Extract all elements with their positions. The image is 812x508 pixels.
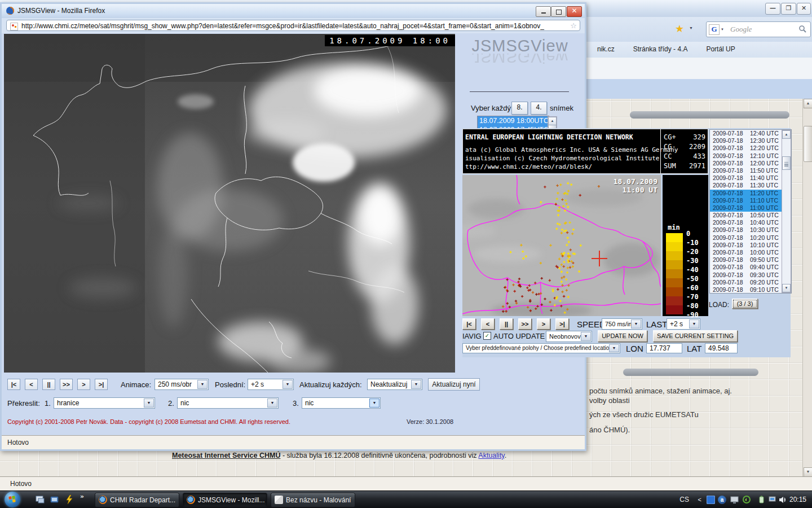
time-list-item[interactable]: 2009-07-1810:10 UTC [710, 242, 783, 249]
url-field[interactable]: http://www.chmi.cz/meteo/sat/msghrit/msg… [6, 20, 580, 31]
time-list-item[interactable]: 2009-07-1809:50 UTC [710, 256, 783, 264]
frame-list-item[interactable]: 18.07.2009 18:00UTC [478, 116, 549, 125]
lat-field[interactable]: 49.548 [705, 343, 738, 353]
taskbar-task-button[interactable]: CHMI Radar Depart... [95, 493, 179, 507]
anim-nav-button[interactable]: || [42, 379, 55, 390]
map-nav-button[interactable]: < [481, 318, 495, 330]
posledni-select[interactable]: +2 s▼ [248, 379, 294, 390]
taskbar-task-button[interactable]: JSMSGView - Mozill... [183, 493, 267, 507]
tray-expand-icon[interactable]: < [698, 491, 701, 508]
time-list-item[interactable]: 2009-07-1811:20 UTC [710, 190, 783, 197]
time-list-item[interactable]: 2009-07-1811:40 UTC [710, 174, 783, 182]
aktualizuj-now-button[interactable]: Aktualizuj nyní [428, 378, 480, 391]
anim-nav-button[interactable]: < [25, 379, 38, 390]
time-list-item[interactable]: 2009-07-1809:30 UTC [710, 271, 783, 279]
anim-nav-button[interactable]: >| [95, 379, 108, 390]
time-listbox[interactable]: 2009-07-1812:40 UTC2009-07-1812:30 UTC20… [709, 129, 792, 294]
overlay3-select[interactable]: nic▼ [302, 397, 381, 409]
fg-close-button[interactable]: ✕ [567, 6, 582, 17]
refresh-select[interactable]: Neobnovovat▼ [546, 331, 592, 342]
scrollbar-thumb[interactable] [782, 156, 791, 170]
bookmark-item[interactable]: nik.cz [588, 45, 615, 53]
lon-field[interactable]: 17.737 [646, 343, 682, 353]
update-now-button[interactable]: UPDATE NOW [598, 330, 647, 342]
download-tray-icon[interactable] [743, 496, 751, 504]
auto-update-checkbox[interactable]: ✓ [483, 332, 491, 340]
time-list-item[interactable]: 2009-07-1809:20 UTC [710, 279, 783, 286]
scrollbar-thumb[interactable] [804, 126, 812, 162]
fg-maximize-button[interactable] [551, 6, 566, 17]
search-box[interactable]: G ▼ Google [706, 21, 811, 37]
power-tray-icon[interactable] [757, 496, 766, 504]
bookmark-this-star-icon[interactable]: ☆ [570, 20, 577, 31]
bg-restore-button[interactable]: ❐ [781, 3, 796, 15]
scroll-up-icon[interactable]: ▲ [782, 130, 791, 139]
language-indicator[interactable]: CS [679, 491, 689, 508]
time-list-item[interactable]: 2009-07-1810:40 UTC [710, 219, 783, 226]
time-list-item[interactable]: 2009-07-1809:40 UTC [710, 264, 783, 271]
fg-minimize-button[interactable] [536, 6, 551, 17]
map-nav-button[interactable]: || [500, 318, 513, 330]
map-nav-button[interactable]: > [537, 318, 550, 330]
avast-tray-icon[interactable]: a [718, 496, 726, 504]
bg-minimize-button[interactable]: — [765, 3, 780, 15]
taskbar-task-button[interactable]: Bez názvu - Malování [271, 493, 355, 507]
load-count-button[interactable]: (3 / 3) [732, 299, 758, 309]
satellite-image[interactable]: 18.07.2009 18:00 [4, 34, 455, 373]
time-list-item[interactable]: 2009-07-1810:00 UTC [710, 249, 783, 256]
animace-select[interactable]: 250 ms/obr▼ [155, 379, 209, 390]
overlay1-select[interactable]: hranice▼ [54, 397, 155, 409]
time-list-item[interactable]: 2009-07-1811:30 UTC [710, 182, 783, 189]
anim-nav-button[interactable]: >> [60, 379, 73, 390]
every-4th-button[interactable]: 4. [531, 102, 547, 115]
quicklaunch-overflow-icon[interactable]: » [80, 492, 84, 501]
show-desktop-icon[interactable] [35, 494, 45, 505]
time-list-scrollbar[interactable]: ▲ ▼ [782, 130, 791, 293]
aktuality-link[interactable]: Aktuality [478, 452, 504, 459]
map-nav-button[interactable]: >> [518, 318, 532, 330]
engine-dropdown-icon[interactable]: ▼ [721, 28, 724, 31]
map-nav-button[interactable]: >| [555, 318, 569, 330]
window-switcher-icon[interactable] [50, 494, 60, 505]
map-nav-button[interactable]: |< [462, 318, 476, 330]
time-list-item[interactable]: 2009-07-1812:10 UTC [710, 152, 783, 160]
aktualizuj-select[interactable]: Neaktualizuj▼ [367, 379, 422, 390]
launcher-bolt-icon[interactable] [64, 494, 74, 505]
time-list-item[interactable]: 2009-07-1812:20 UTC [710, 144, 783, 152]
bookmark-star-icon[interactable]: ★ [675, 23, 684, 35]
celdn-url[interactable]: ttp://www.chmi.cz/meteo/rad/blesk/ [465, 163, 592, 170]
lightning-map[interactable]: 18.07.2009 11:00 UT [462, 175, 661, 316]
save-setting-button[interactable]: SAVE CURRENT SETTING [653, 330, 738, 342]
time-list-item[interactable]: 2009-07-1812:30 UTC [710, 137, 783, 144]
time-list-item[interactable]: 2009-07-1811:10 UTC [710, 197, 783, 204]
scroll-up-icon[interactable]: ▲ [548, 117, 557, 125]
scroll-up-icon[interactable]: ▲ [804, 99, 812, 108]
scroll-down-icon[interactable]: ▼ [782, 284, 791, 292]
meteosat-service-link[interactable]: Meteosat Internet Service CHMÚ [172, 452, 280, 459]
start-button[interactable] [5, 492, 20, 507]
network-tray-icon[interactable] [769, 496, 777, 504]
bg-page-scrollbar[interactable]: ▲ ▼ [802, 99, 812, 477]
anim-nav-button[interactable]: > [77, 379, 90, 390]
overlay2-select[interactable]: nic▼ [177, 397, 279, 409]
kmplayer-tray-icon[interactable] [707, 496, 715, 504]
time-list-item[interactable]: 2009-07-1812:00 UTC [710, 160, 783, 167]
time-list-item[interactable]: 2009-07-1811:50 UTC [710, 167, 783, 174]
time-list-item[interactable]: 2009-07-1810:50 UTC [710, 212, 783, 219]
bookmark-item[interactable]: Stránka třídy - 4.A [624, 45, 688, 53]
fg-titlebar[interactable]: JSMSGView - Mozilla Firefox ✕ [2, 4, 585, 19]
speed-select[interactable]: 750 ms/img▼ [602, 318, 642, 330]
last-select[interactable]: +2 s▼ [667, 318, 700, 330]
time-list-item[interactable]: 2009-07-1809:10 UTC [710, 286, 783, 293]
scroll-down-icon[interactable]: ▼ [804, 467, 812, 477]
time-list-item[interactable]: 2009-07-1810:30 UTC [710, 226, 783, 234]
locations-select[interactable]: Vyber předdefinované polohy / Choose pre… [462, 343, 620, 353]
time-list-item[interactable]: 2009-07-1810:20 UTC [710, 234, 783, 242]
display-tray-icon[interactable] [730, 496, 739, 504]
bg-close-button[interactable]: ✕ [797, 3, 811, 15]
search-icon[interactable] [798, 25, 807, 33]
anim-nav-button[interactable]: |< [7, 379, 20, 390]
bookmark-item[interactable]: Portál UP [696, 45, 735, 53]
time-list-item[interactable]: 2009-07-1812:40 UTC [710, 130, 783, 137]
every-8th-button[interactable]: 8. [511, 102, 528, 115]
